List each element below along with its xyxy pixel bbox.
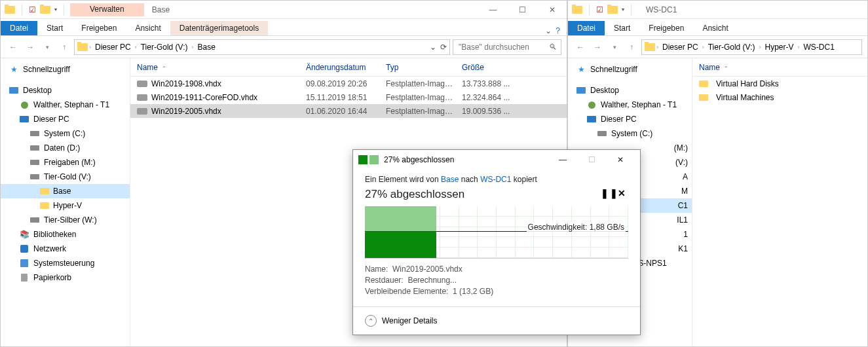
tree-this-pc[interactable]: Dieser PC [33, 115, 69, 124]
new-folder-icon[interactable] [607, 6, 618, 14]
user-icon [19, 100, 29, 110]
vhdx-icon [137, 108, 147, 115]
tree-drive-w[interactable]: Tier-Silber (W:) [44, 215, 97, 225]
tree-drive-m[interactable]: Freigaben (M:) [44, 158, 96, 167]
col-name[interactable]: Name⌃ [699, 63, 867, 72]
cancel-button[interactable]: ✕ [616, 188, 628, 198]
nav-history-dropdown[interactable]: ▾ [40, 40, 54, 54]
search-box[interactable]: 🔍︎ [453, 39, 561, 55]
nav-back-button[interactable]: ← [573, 40, 588, 54]
breadcrumb[interactable]: Dieser PC [92, 43, 134, 52]
file-list[interactable]: Name⌃ Virtual Hard DisksVirtual Machines [692, 58, 867, 346]
maximize-button[interactable]: ☐ [577, 150, 606, 170]
properties-icon[interactable]: ☑ [29, 5, 36, 14]
tab-start[interactable]: Start [605, 21, 639, 35]
file-row[interactable]: Win2019-2005.vhdx01.06.2020 16:44Festpla… [130, 104, 567, 118]
tree-desktop[interactable]: Desktop [590, 86, 619, 95]
nav-tree[interactable]: ★Schnellzugriff Desktop Walther, Stephan… [1, 58, 130, 346]
tree-drive-v[interactable]: Tier-Gold (V:) [44, 172, 91, 181]
tab-start[interactable]: Start [37, 21, 72, 35]
chevron-up-icon[interactable]: ⌃ [365, 315, 377, 327]
nav-back-button[interactable]: ← [6, 40, 20, 54]
tab-view[interactable]: Ansicht [693, 21, 737, 35]
copy-progress-dialog: 27% abgeschlossen — ☐ ✕ Ein Element wird… [352, 149, 641, 335]
col-type[interactable]: Typ [386, 63, 462, 72]
folder-name: Virtual Hard Disks [716, 79, 779, 88]
drive-icon [29, 172, 40, 182]
folder-row[interactable]: Virtual Hard Disks [692, 77, 867, 90]
tab-view[interactable]: Ansicht [126, 21, 170, 35]
tab-share[interactable]: Freigeben [639, 21, 693, 35]
tree-control-panel[interactable]: Systemsteuerung [33, 259, 94, 268]
breadcrumb[interactable]: Hyper-V [762, 43, 796, 52]
nav-up-button[interactable]: ↑ [624, 40, 639, 54]
window-title: WS-DC1 [646, 5, 677, 14]
tree-quick-access[interactable]: Schnellzugriff [590, 65, 637, 74]
manage-contextual-tab[interactable]: Verwalten [70, 3, 144, 16]
address-dropdown-icon[interactable]: ⌄ [430, 43, 436, 52]
breadcrumb[interactable]: Tier-Gold (V:) [706, 43, 758, 52]
tab-disk-image-tools[interactable]: Datenträgerimagetools [170, 21, 268, 35]
col-size[interactable]: Größe [462, 63, 527, 72]
tree-this-pc[interactable]: Dieser PC [601, 115, 637, 124]
nav-up-button[interactable]: ↑ [57, 40, 71, 54]
nav-history-dropdown[interactable]: ▾ [607, 40, 622, 54]
tab-file[interactable]: Datei [568, 21, 605, 35]
qat-dropdown-icon[interactable]: ▾ [54, 7, 57, 12]
properties-icon[interactable]: ☑ [596, 5, 603, 14]
col-name[interactable]: Name⌃ [137, 63, 306, 72]
nav-forward-button[interactable]: → [590, 40, 605, 54]
new-folder-icon[interactable] [40, 6, 50, 14]
file-row[interactable]: Win2019-1911-CoreFOD.vhdx15.11.2019 18:5… [130, 90, 567, 104]
ribbon-expand-icon[interactable]: ⌄ [545, 26, 552, 35]
maximize-button[interactable]: ☐ [508, 1, 537, 19]
tree-desktop[interactable]: Desktop [23, 86, 52, 95]
help-icon[interactable]: ? [556, 26, 560, 35]
desktop-icon [9, 85, 19, 96]
tab-share[interactable]: Freigeben [72, 21, 126, 35]
tree-drive-c[interactable]: System (C:) [611, 129, 652, 138]
sort-indicator-icon: ⌃ [162, 65, 166, 71]
col-date[interactable]: Änderungsdatum [306, 63, 386, 72]
fewer-details-button[interactable]: Weniger Details [382, 316, 437, 325]
search-input[interactable] [457, 42, 549, 52]
desktop-icon [576, 85, 586, 96]
address-bar[interactable]: › Dieser PC› Tier-Gold (V:)› Hyper-V› WS… [641, 39, 862, 55]
pause-button[interactable]: ❚❚ [601, 188, 613, 198]
breadcrumb[interactable]: Base [195, 43, 217, 52]
destination-link[interactable]: WS-DC1 [480, 175, 511, 184]
throughput-chart: Geschwindigkeit: 1,88 GB/s [365, 206, 628, 259]
tree-drive-c[interactable]: System (C:) [44, 129, 85, 138]
tree-drive-d[interactable]: Daten (D:) [44, 143, 80, 153]
minimize-button[interactable]: — [548, 150, 577, 170]
this-pc-icon [586, 114, 597, 124]
copy-icon [369, 155, 379, 164]
qat-dropdown-icon[interactable]: ▾ [622, 7, 624, 12]
titlebar: ☑ ▾ WS-DC1 [568, 1, 867, 19]
tree-quick-access[interactable]: Schnellzugriff [23, 65, 70, 74]
folder-row[interactable]: Virtual Machines [692, 90, 867, 104]
close-button[interactable]: ✕ [606, 150, 635, 170]
nav-forward-button[interactable]: → [23, 40, 37, 54]
address-bar[interactable]: › Dieser PC› Tier-Gold (V:)› Base ⌄⟳ [74, 39, 450, 55]
path-folder-icon [77, 43, 88, 51]
file-name: Win2019-1908.vhdx [151, 79, 221, 88]
tree-libraries[interactable]: Bibliotheken [33, 230, 76, 239]
breadcrumb[interactable]: Tier-Gold (V:) [138, 43, 191, 52]
refresh-icon[interactable]: ⟳ [440, 43, 447, 52]
search-icon[interactable]: 🔍︎ [549, 43, 557, 52]
minimize-button[interactable]: — [478, 1, 508, 19]
dialog-title: 27% abgeschlossen [384, 155, 454, 164]
breadcrumb[interactable]: Dieser PC [660, 43, 701, 52]
close-button[interactable]: ✕ [537, 1, 567, 19]
source-link[interactable]: Base [441, 175, 459, 184]
tree-folder-base[interactable]: Base [53, 187, 71, 196]
breadcrumb[interactable]: WS-DC1 [801, 43, 837, 52]
tree-folder-hyperv[interactable]: Hyper-V [53, 201, 82, 210]
tree-network[interactable]: Netzwerk [33, 244, 66, 253]
tree-user[interactable]: Walther, Stephan - T1 [33, 100, 109, 109]
tree-user[interactable]: Walther, Stephan - T1 [601, 100, 677, 109]
file-row[interactable]: Win2019-1908.vhdx09.08.2019 20:26Festpla… [130, 77, 567, 90]
tree-recycle-bin[interactable]: Papierkorb [33, 273, 71, 282]
tab-file[interactable]: Datei [1, 21, 37, 35]
